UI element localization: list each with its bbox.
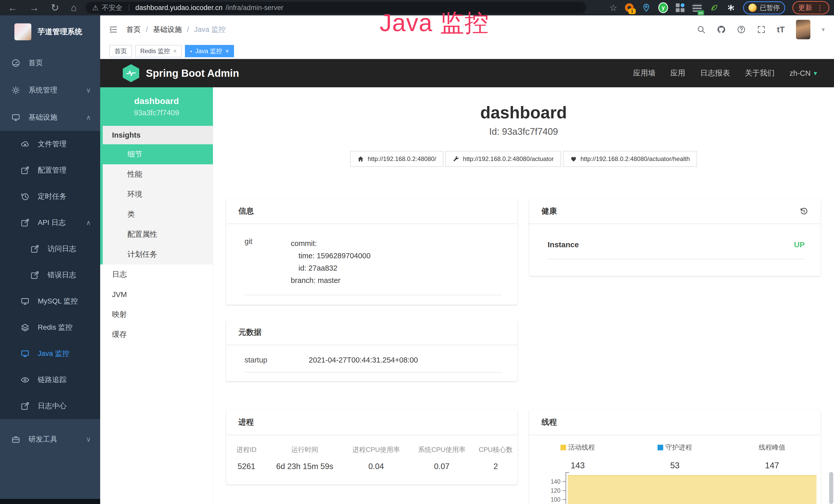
edit-icon [30, 271, 39, 280]
sba-item-classes[interactable]: 类 [103, 204, 213, 224]
sidebar-item-file-mgmt[interactable]: 文件管理 [0, 131, 100, 157]
app-logo[interactable]: 芋道管理系统 [0, 16, 100, 42]
legend-yellow-swatch [561, 445, 566, 450]
sba-item-metrics[interactable]: 性能 [103, 164, 213, 184]
tab-redis-monitor[interactable]: Redis 监控 × [135, 45, 182, 57]
house-icon [357, 156, 364, 162]
breadcrumb-separator: / [187, 25, 189, 33]
browser-extensions-area: ☆ 1 y on 已暂停 更新 ⋮ [610, 1, 829, 15]
extension-list-icon[interactable]: on [692, 3, 702, 13]
not-secure-label: 不安全 [102, 3, 123, 12]
sba-locale-select[interactable]: zh-CN ▾ [790, 69, 817, 77]
sidebar-item-home[interactable]: 首页 [0, 49, 100, 76]
fullscreen-icon[interactable] [757, 25, 766, 34]
update-button[interactable]: 更新 ⋮ [792, 1, 829, 15]
tab-java-monitor[interactable]: ● Java 监控 × [185, 45, 234, 57]
extensions-puzzle-icon[interactable] [726, 3, 736, 13]
sba-item-environment[interactable]: 环境 [103, 184, 213, 204]
breadcrumb-home[interactable]: 首页 [126, 25, 141, 35]
sba-nav-about[interactable]: 关于我们 [745, 68, 775, 78]
service-url-link[interactable]: http://192.168.0.2:48080/ [350, 151, 443, 167]
briefcase-icon [11, 435, 20, 444]
sba-item-logs[interactable]: 日志 [100, 265, 213, 284]
monitor-icon [21, 297, 29, 306]
browser-menu-kebab-icon[interactable]: ⋮ [816, 4, 824, 12]
sidebar-item-error-logs[interactable]: 错误日志 [0, 262, 100, 288]
threads-chart: 140 120 100 [529, 472, 821, 504]
url-host: dashboard.yudao.iocoder.cn [135, 4, 222, 12]
threads-card-title: 线程 [529, 410, 821, 435]
sba-item-mappings[interactable]: 映射 [100, 304, 213, 324]
sidebar-item-system[interactable]: 系统管理 ∨ [0, 76, 100, 104]
extension-y-icon[interactable]: y [658, 3, 668, 13]
extension-grid-icon[interactable] [675, 3, 685, 13]
y-tick-140: 140 [534, 478, 561, 485]
sidebar-fold-icon[interactable] [109, 25, 118, 34]
paused-badge[interactable]: 已暂停 [743, 1, 785, 15]
close-icon[interactable]: × [225, 48, 229, 54]
sba-item-scheduled-tasks[interactable]: 计划任务 [103, 245, 213, 265]
close-icon[interactable]: × [173, 48, 177, 54]
breadcrumb-current: Java 监控 [194, 25, 226, 35]
monitor-icon [11, 113, 20, 122]
status-badge: UP [794, 240, 805, 249]
health-url-link[interactable]: http://192.168.0.2:48080/actuator/health [563, 151, 697, 167]
home-icon[interactable]: ⌂ [71, 3, 77, 13]
back-icon[interactable]: ← [8, 3, 18, 13]
sidebar-item-config-mgmt[interactable]: 配置管理 [0, 157, 100, 183]
sba-insights-items: 细节 性能 环境 类 配置属性 计划任务 [103, 144, 213, 265]
sba-item-caches[interactable]: 缓存 [100, 324, 213, 345]
sidebar-item-scheduled-jobs[interactable]: 定时任务 [0, 183, 100, 209]
health-history-icon[interactable] [799, 207, 808, 216]
extension-pin-icon[interactable] [641, 3, 651, 13]
help-icon[interactable] [737, 25, 746, 34]
sba-instance-header[interactable]: dashboard 93a3fc7f7409 [100, 87, 213, 126]
extension-orange-icon[interactable]: 1 [624, 3, 634, 13]
text-size-icon[interactable]: tT [777, 25, 785, 35]
page-title: dashboard [213, 103, 834, 122]
avatar-caret-icon[interactable]: ▾ [822, 26, 825, 33]
metadata-card: 元数据 startup 2021-04-27T00:44:31.254+08:0… [226, 320, 518, 381]
sba-nav-journal[interactable]: 日志报表 [700, 68, 730, 78]
actuator-url-link[interactable]: http://192.168.0.2:48080/actuator [445, 151, 561, 167]
sidebar-item-tracing[interactable]: 链路追踪 [0, 367, 100, 393]
sba-nav-applications[interactable]: 应用 [671, 68, 685, 78]
extension-leaf-icon[interactable] [709, 3, 719, 13]
sba-item-config-props[interactable]: 配置属性 [103, 224, 213, 245]
process-table-row: 5261 6d 23h 15m 59s 0.04 0.07 2 [226, 454, 518, 472]
github-icon[interactable] [717, 25, 726, 34]
metadata-label: startup [244, 356, 309, 364]
scrollbar-thumb[interactable] [829, 472, 833, 504]
sidebar-item-api-logs[interactable]: API 日志 ∧ [0, 209, 100, 236]
sidebar-item-mysql-monitor[interactable]: MySQL 监控 [0, 288, 100, 314]
sba-nav-wallboard[interactable]: 应用墙 [633, 68, 656, 78]
sba-item-jvm[interactable]: JVM [100, 284, 213, 304]
instance-links: http://192.168.0.2:48080/ http://192.168… [213, 151, 834, 167]
sidebar-item-access-logs[interactable]: 访问日志 [0, 236, 100, 262]
header-actions: tT ▾ [697, 20, 825, 39]
app-sidebar: 芋道管理系统 首页 系统管理 ∨ 基础设施 ∧ 文件管理 [0, 16, 100, 504]
url-bar[interactable]: ⚠ 不安全 dashboard.yudao.iocoder.cn/infra/a… [86, 2, 586, 14]
legend-peak-value: 147 [724, 461, 821, 471]
sidebar-bottom-strip [0, 499, 100, 504]
tab-home[interactable]: 首页 [109, 45, 132, 57]
sidebar-item-redis-monitor[interactable]: Redis 监控 [0, 314, 100, 340]
sba-brand[interactable]: Spring Boot Admin [146, 68, 239, 79]
sidebar-item-java-monitor[interactable]: Java 监控 [0, 340, 100, 367]
user-avatar[interactable] [796, 20, 810, 39]
breadcrumb-infra[interactable]: 基础设施 [153, 25, 182, 35]
bookmark-star-icon[interactable]: ☆ [610, 3, 617, 13]
sba-header: Spring Boot Admin 应用墙 应用 日志报表 关于我们 zh-CN… [100, 59, 834, 87]
screen: ← → ↻ ⌂ ⚠ 不安全 dashboard.yudao.iocoder.cn… [0, 0, 834, 504]
chevron-up-icon: ∧ [86, 219, 91, 227]
sidebar-item-infra[interactable]: 基础设施 ∧ [0, 104, 100, 131]
sba-item-details[interactable]: 细节 [103, 144, 213, 164]
search-icon[interactable] [697, 25, 706, 34]
sidebar-item-dev-tools[interactable]: 研发工具 ∨ [0, 426, 100, 453]
sidebar-item-log-center[interactable]: 日志中心 [0, 393, 100, 419]
cloud-upload-icon [21, 140, 29, 148]
forward-icon[interactable]: → [29, 3, 39, 13]
monitor-icon [21, 349, 29, 358]
health-card-title: 健康 [529, 199, 821, 224]
reload-icon[interactable]: ↻ [51, 3, 59, 13]
